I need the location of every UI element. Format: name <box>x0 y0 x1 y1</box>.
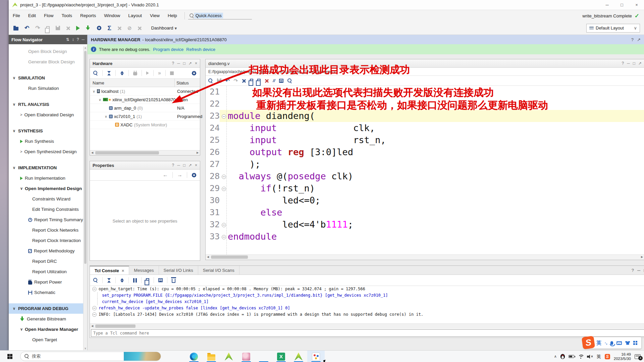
collapse-all-icon[interactable] <box>107 71 111 75</box>
flow-section-simulation[interactable]: ∨SIMULATION <box>9 73 83 83</box>
flow-item-run-implementation[interactable]: Run Implementation <box>9 173 83 183</box>
save-icon[interactable] <box>217 78 221 83</box>
ime-indicator[interactable]: 英 <box>597 354 601 360</box>
taskbar-app-excel[interactable] <box>272 351 290 362</box>
fold-toggle-icon[interactable]: − <box>90 305 99 311</box>
cut-icon[interactable] <box>242 79 246 83</box>
flow-item-report-utilization[interactable]: Report Utilization <box>9 266 83 277</box>
flow-item-constraints-wizard[interactable]: Constraints Wizard <box>9 194 83 204</box>
column-name[interactable]: Name <box>90 80 104 85</box>
disabled-tool-icon-1[interactable] <box>117 26 121 30</box>
flow-item-generate-block-design[interactable]: Generate Block Design <box>9 57 83 67</box>
taskbar-app-task-view[interactable] <box>168 351 185 362</box>
layout-selector[interactable]: Default Layout ∨ <box>586 24 640 33</box>
collapse-all-icon[interactable] <box>107 278 111 283</box>
flow-section-rtl-analysis[interactable]: ∨RTL ANALYSIS <box>9 99 83 110</box>
taskbar-app-qq-browser[interactable] <box>255 351 272 362</box>
float-icon[interactable]: ↗ <box>189 61 192 66</box>
menu-item-flow[interactable]: Flow <box>40 10 58 21</box>
wifi-icon[interactable] <box>578 355 583 359</box>
flow-item-open-block-design[interactable]: Open Block Design <box>9 46 83 57</box>
paste-icon[interactable] <box>56 26 60 30</box>
undo-icon[interactable]: ↶ <box>225 78 230 84</box>
clear-console-icon[interactable] <box>172 279 175 283</box>
volume-muted-icon[interactable]: × <box>587 355 593 359</box>
scroll-down-icon[interactable]: ∨ <box>84 347 87 350</box>
tab-serial-i-o-links[interactable]: Serial I/O Links <box>159 266 198 275</box>
flow-section-program-and-debug[interactable]: ∨PROGRAM AND DEBUG <box>9 303 83 314</box>
taskbar-app-vivado[interactable] <box>220 351 237 362</box>
copy-icon[interactable] <box>250 79 253 83</box>
expander-icon[interactable]: ∨ <box>104 115 108 118</box>
menu-item-tools[interactable]: Tools <box>58 10 76 21</box>
qq-tray-icon[interactable] <box>560 354 565 359</box>
voice-input-icon[interactable] <box>610 341 613 345</box>
forward-icon[interactable]: → <box>177 172 182 178</box>
battery-icon[interactable] <box>569 355 574 358</box>
flow-item-open-implemented-design[interactable]: ∨Open Implemented Design <box>9 183 83 194</box>
expand-all-icon[interactable]: ↕ <box>72 37 74 42</box>
float-icon[interactable]: ↗ <box>189 163 192 168</box>
refresh-device-link[interactable]: Refresh device <box>186 47 215 52</box>
flow-item-report-drc[interactable]: Report DRC <box>9 256 83 266</box>
minimize-panel-icon[interactable]: ─ <box>177 61 180 66</box>
help-icon[interactable]: ? <box>77 37 79 42</box>
disabled-tool-icon-2[interactable]: ⊘ <box>127 25 132 31</box>
flow-section-synthesis[interactable]: ∨SYNTHESIS <box>9 126 83 136</box>
paste-icon[interactable] <box>257 79 261 83</box>
menu-item-window[interactable]: Window <box>100 10 124 21</box>
program-device-link[interactable]: Program device <box>153 47 183 52</box>
tab-serial-i-o-scans[interactable]: Serial I/O Scans <box>198 266 239 275</box>
menu-item-file[interactable]: File <box>9 10 24 21</box>
menu-item-help[interactable]: Help <box>164 10 181 21</box>
hidden-icons-chevron[interactable]: ∧ <box>554 354 557 359</box>
redo-icon[interactable]: ↷ <box>35 24 40 32</box>
close-panel-icon[interactable]: × <box>195 163 197 168</box>
flow-item-open-elaborated-design[interactable]: >Open Elaborated Design <box>9 110 83 120</box>
flow-item-run-synthesis[interactable]: Run Synthesis <box>9 136 83 146</box>
taskbar-app-edge[interactable] <box>185 351 203 362</box>
close-tab-icon[interactable]: × <box>122 268 124 273</box>
collapse-all-icon[interactable]: ⇅ <box>66 37 69 42</box>
flow-item-open-hardware-manager[interactable]: ∨Open Hardware Manager <box>9 324 83 335</box>
minimize-panel-icon[interactable]: ─ <box>627 61 630 66</box>
flow-item-run-simulation[interactable]: Run Simulation <box>9 83 83 94</box>
taskbar-search[interactable]: 搜索 <box>20 352 161 361</box>
flow-item-edit-timing-constraints[interactable]: Edit Timing Constraints <box>9 204 83 215</box>
help-icon[interactable]: ? <box>631 37 634 42</box>
maximize-panel-icon[interactable]: □ <box>183 163 185 168</box>
maximize-button[interactable]: □ <box>614 0 629 10</box>
minimize-panel-icon[interactable]: ─ <box>637 268 640 273</box>
start-button[interactable] <box>7 354 12 359</box>
settings-icon[interactable] <box>192 173 197 178</box>
notification-center-icon[interactable]: 4 <box>635 354 641 359</box>
flow-item-generate-bitstream[interactable]: Generate Bitstream <box>9 314 83 324</box>
flow-item-open-target[interactable]: Open Target <box>9 335 83 345</box>
toggle-columns-icon[interactable] <box>279 79 283 83</box>
fold-toggle-icon[interactable]: − <box>90 311 99 318</box>
scroll-left-icon[interactable]: ◀ <box>90 324 95 328</box>
flow-navigator-scrollbar[interactable]: ∧ ∨ <box>83 46 87 350</box>
flow-item-report-clock-interaction[interactable]: Report Clock Interaction <box>9 235 83 246</box>
sogou-tray-icon[interactable]: S <box>605 354 610 359</box>
tab-tcl-console[interactable]: Tcl Console× <box>90 266 129 275</box>
scrollbar-thumb[interactable] <box>211 255 248 259</box>
hardware-row-xilinx-tcf-digilent-210251a08870[interactable]: ∨◆xilinx_tcf/Digilent/210251A08870Open <box>90 96 200 104</box>
settings-icon[interactable] <box>192 71 197 76</box>
dashboard-menu[interactable]: Dashboard ▾ <box>151 25 177 31</box>
scroll-left-icon[interactable]: ◀ <box>90 150 95 155</box>
delete-icon[interactable] <box>265 79 269 83</box>
run-all-icon[interactable]: » <box>158 70 161 76</box>
maximize-panel-icon[interactable]: □ <box>183 61 185 66</box>
report-sum-icon[interactable]: Σ <box>108 24 111 32</box>
disabled-tool-icon-3[interactable] <box>138 26 142 30</box>
copy-icon[interactable] <box>46 26 50 30</box>
flow-item-report-methodology[interactable]: ✓Report Methodology <box>9 246 83 256</box>
sogou-logo-icon[interactable]: S <box>582 336 595 350</box>
flow-section-implementation[interactable]: ∨IMPLEMENTATION <box>9 163 83 173</box>
float-icon[interactable]: ↗ <box>638 61 642 66</box>
settings-icon[interactable] <box>97 25 102 31</box>
minimize-panel-icon[interactable]: ─ <box>177 163 180 168</box>
flow-item-report-power[interactable]: Report Power <box>9 277 83 287</box>
code-editor-area[interactable]: 212223−module diandeng(24 input clk,25 i… <box>206 86 644 254</box>
